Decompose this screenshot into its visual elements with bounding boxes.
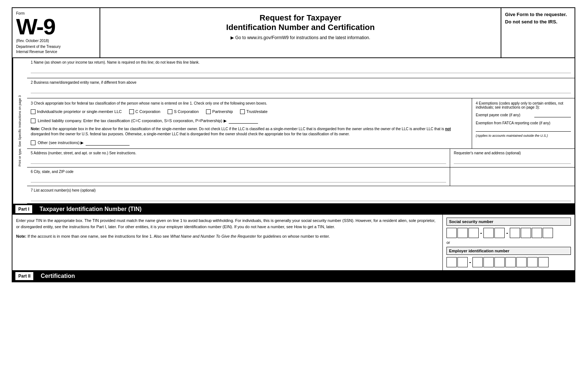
- form-goto: ▶ Go to www.irs.gov/FormW9 for instructi…: [108, 35, 493, 40]
- line5-label: 5 Address (number, street, and apt. or s…: [31, 151, 446, 155]
- ssn-box-3[interactable]: [468, 228, 479, 238]
- cb-llc[interactable]: [31, 118, 35, 123]
- line1-label: 1 Name (as shown on your income tax retu…: [31, 60, 571, 64]
- form-header: Form W-9 (Rev. October 2018) Department …: [12, 8, 575, 58]
- line7-label: 7 List account number(s) here (optional): [31, 188, 571, 192]
- ein-label: Employer identification number: [446, 247, 571, 255]
- form-id-section: Form W-9 (Rev. October 2018) Department …: [12, 8, 100, 57]
- cb-scorp-label: S Corporation: [174, 109, 199, 114]
- part1-note-label: Note:: [16, 234, 26, 238]
- ssn-dash-2: -: [505, 230, 509, 236]
- ssn-dash-1: -: [479, 230, 483, 236]
- line7-input[interactable]: [31, 194, 571, 201]
- line4-header: 4 Exemptions (codes apply only to certai…: [476, 101, 571, 109]
- fatca-row: Exemption from FATCA reporting code (if …: [476, 121, 571, 132]
- applies-note: (Applies to accounts maintained outside …: [476, 134, 571, 137]
- line7-row: 7 List account number(s) here (optional): [27, 186, 575, 204]
- form-title-line2: Identification Number and Certification: [108, 23, 493, 32]
- or-text: or: [446, 240, 571, 245]
- cb-ccorp[interactable]: [129, 109, 134, 114]
- line2-input[interactable]: [31, 86, 571, 93]
- form-number: W-9: [16, 15, 96, 38]
- tax-classification-checkboxes: Individual/sole proprietor or single-mem…: [31, 109, 468, 114]
- part2-title: Certification: [41, 273, 75, 279]
- cb-individual[interactable]: [31, 109, 35, 114]
- note-label: Note:: [31, 127, 40, 131]
- line6-label: 6 City, state, and ZIP code: [31, 170, 446, 174]
- ein-box-8[interactable]: [527, 257, 538, 267]
- line6-input[interactable]: [31, 175, 446, 182]
- ssn-box-6[interactable]: [510, 228, 520, 238]
- line6-right: [450, 167, 575, 186]
- form-rev: (Rev. October 2018): [16, 39, 96, 43]
- ssn-box-5[interactable]: [494, 228, 505, 238]
- ssn-group2: [483, 228, 505, 238]
- line3-left: 3 Check appropriate box for federal tax …: [27, 98, 472, 148]
- cb-ccorp-item: C Corporation: [129, 109, 160, 114]
- exempt-payee-input[interactable]: [534, 112, 571, 117]
- ein-dash: -: [468, 259, 472, 265]
- fatca-input[interactable]: [476, 127, 571, 132]
- fatca-label: Exemption from FATCA reporting code (if …: [476, 121, 550, 125]
- line3-section: 3 Check appropriate box for federal tax …: [27, 98, 575, 149]
- ein-box-7[interactable]: [516, 257, 527, 267]
- form-main: 1 Name (as shown on your income tax retu…: [27, 58, 575, 204]
- ein-box-1[interactable]: [446, 257, 457, 267]
- part1-label: Part I: [15, 205, 32, 213]
- line5-input[interactable]: [31, 157, 446, 164]
- cb-trust-item: Trust/estate: [240, 109, 268, 114]
- line1-row: 1 Name (as shown on your income tax retu…: [27, 58, 575, 78]
- cb-trust-label: Trust/estate: [246, 109, 268, 114]
- line2-label: 2 Business name/disregarded entity name,…: [31, 80, 571, 84]
- ein-box-3[interactable]: [472, 257, 483, 267]
- llc-label: Limited liability company. Enter the tax…: [38, 118, 227, 123]
- part2-header: Part II Certification: [12, 271, 575, 282]
- ein-box-6[interactable]: [505, 257, 516, 267]
- ssn-box-2[interactable]: [457, 228, 468, 238]
- cb-individual-label: Individual/sole proprietor or single-mem…: [37, 109, 122, 114]
- cb-partnership-label: Partnership: [212, 109, 233, 114]
- ssn-box-9[interactable]: [543, 228, 553, 238]
- ein-box-9[interactable]: [538, 257, 549, 267]
- exempt-payee-row: Exempt payee code (if any): [476, 112, 571, 117]
- sidebar-text: Print or type. See Specific Instructions…: [18, 95, 22, 167]
- other-row: Other (see instructions) ▶: [31, 140, 468, 146]
- ein-box-2[interactable]: [457, 257, 468, 267]
- cb-trust[interactable]: [240, 109, 245, 114]
- ssn-box-1[interactable]: [446, 228, 457, 238]
- cb-partnership-item: Partnership: [206, 109, 233, 114]
- ssn-box-7[interactable]: [521, 228, 531, 238]
- cb-ccorp-label: C Corporation: [135, 109, 160, 114]
- exemptions-section: 4 Exemptions (codes apply only to certai…: [472, 98, 575, 148]
- part1-note: Note: If the account is in more than one…: [16, 233, 439, 240]
- form-body: Print or type. See Specific Instructions…: [12, 58, 575, 204]
- part1-body: Enter your TIN in the appropriate box. T…: [12, 215, 575, 271]
- ssn-box-4[interactable]: [483, 228, 494, 238]
- requester-input[interactable]: [454, 157, 571, 164]
- cb-partnership[interactable]: [206, 109, 211, 114]
- cb-scorp[interactable]: [168, 109, 172, 114]
- part1-text1: Enter your TIN in the appropriate box. T…: [16, 218, 439, 230]
- part1-tin-section: Social security number - -: [443, 215, 575, 270]
- other-input-line[interactable]: [86, 140, 130, 146]
- line1-input[interactable]: [31, 66, 571, 73]
- ssn-group3: [510, 228, 553, 238]
- cb-other[interactable]: [31, 140, 35, 145]
- line5-section: 5 Address (number, street, and apt. or s…: [27, 149, 575, 167]
- ssn-box-8[interactable]: [532, 228, 542, 238]
- exempt-payee-label: Exempt payee code (if any): [476, 113, 520, 117]
- line3-label: 3 Check appropriate box for federal tax …: [31, 101, 468, 105]
- ein-box-5[interactable]: [494, 257, 505, 267]
- line3-note: Note: Check the appropriate box in the l…: [31, 127, 468, 137]
- line5-left: 5 Address (number, street, and apt. or s…: [27, 149, 450, 167]
- line6-section: 6 City, state, and ZIP code: [27, 167, 575, 186]
- not-text: not: [445, 127, 451, 131]
- ein-box-4[interactable]: [483, 257, 494, 267]
- llc-input-line[interactable]: [229, 118, 258, 124]
- ein-group1: [446, 257, 468, 267]
- form-title-line1: Request for Taxpayer: [108, 13, 493, 23]
- form-dept: Department of the Treasury Internal Reve…: [16, 44, 96, 54]
- requester-section: Requester's name and address (optional): [450, 149, 575, 167]
- other-label: Other (see instructions) ▶: [38, 140, 83, 145]
- part2-label: Part II: [15, 272, 33, 280]
